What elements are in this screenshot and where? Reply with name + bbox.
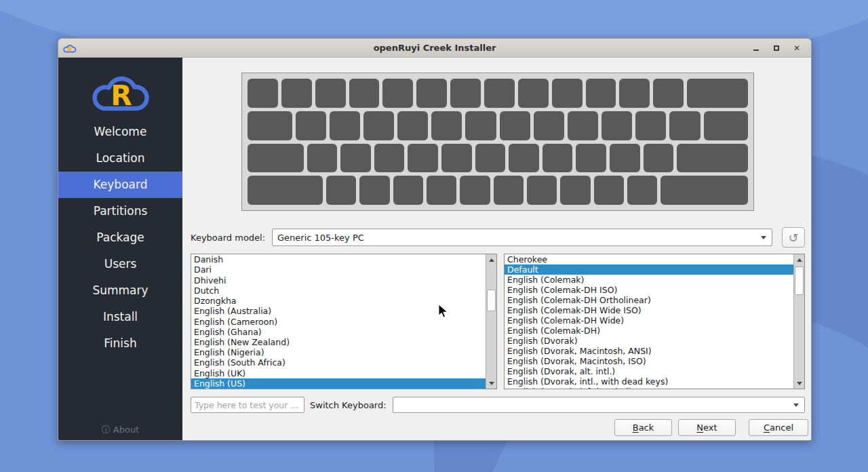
variant-item[interactable]: English (Dvorak, alt. intl.) xyxy=(505,366,793,376)
layout-item[interactable]: English (Ghana) xyxy=(191,327,486,337)
variant-item[interactable]: English (Colemak-DH Wide ISO) xyxy=(505,305,793,315)
keyboard-key xyxy=(484,79,515,108)
variant-item-selected[interactable]: Default xyxy=(505,264,793,275)
layout-item[interactable]: Dhivehi xyxy=(191,275,486,285)
keyboard-key xyxy=(330,111,360,140)
chevron-down-icon xyxy=(761,236,766,239)
close-icon: ✕ xyxy=(793,44,800,52)
keyboard-row xyxy=(248,79,748,108)
keyboard-key xyxy=(704,111,749,140)
variant-item[interactable]: English (Dvorak, intl., with dead keys) xyxy=(505,376,793,387)
minimize-button[interactable] xyxy=(751,43,761,53)
layout-item[interactable]: Dzongkha xyxy=(191,296,486,306)
keyboard-key xyxy=(248,79,278,108)
layout-item[interactable]: English (UK) xyxy=(191,368,486,378)
layout-item[interactable]: Dutch xyxy=(191,286,486,296)
maximize-button[interactable] xyxy=(772,43,781,53)
next-button[interactable]: Next xyxy=(678,419,736,436)
step-summary: Summary xyxy=(58,277,182,304)
keyboard-key xyxy=(397,111,428,140)
variant-item[interactable]: English (Colemak-DH Wide) xyxy=(505,315,793,326)
keyboard-key xyxy=(568,111,598,140)
keyboard-key xyxy=(576,144,606,173)
keyboard-key xyxy=(677,144,748,173)
reset-keyboard-button[interactable]: ↺ xyxy=(782,227,805,248)
switch-keyboard-select[interactable] xyxy=(393,397,805,413)
variant-item[interactable]: Cherokee xyxy=(505,254,793,264)
scrollbar-thumb[interactable] xyxy=(795,267,804,295)
keyboard-key xyxy=(374,144,405,173)
keyboard-key xyxy=(408,144,438,173)
keyboard-key xyxy=(248,111,292,140)
step-welcome: Welcome xyxy=(58,119,182,145)
layout-item[interactable]: Danish xyxy=(191,254,486,264)
keyboard-row xyxy=(248,144,748,173)
keyboard-key xyxy=(494,176,524,205)
keyboard-key xyxy=(644,144,674,173)
keyboard-key xyxy=(653,79,684,108)
step-keyboard: Keyboard xyxy=(58,172,182,198)
keyboard-variant-list[interactable]: Cherokee Default English (Colemak) Engli… xyxy=(504,254,805,389)
close-button[interactable]: ✕ xyxy=(792,43,802,53)
scroll-down-icon[interactable] xyxy=(794,378,804,388)
scroll-down-icon[interactable] xyxy=(486,378,496,388)
keyboard-key xyxy=(416,79,447,108)
about-button[interactable]: ⓘAbout xyxy=(58,424,182,436)
keyboard-key xyxy=(431,111,462,140)
app-logo-large-icon: R xyxy=(88,66,153,116)
keyboard-layout-list[interactable]: Danish Dari Dhivehi Dutch Dzongkha Engli… xyxy=(191,254,497,389)
keyboard-key xyxy=(552,79,583,108)
keyboard-key xyxy=(669,111,700,140)
keyboard-key xyxy=(315,79,346,108)
cancel-button[interactable]: Cancel xyxy=(749,419,808,436)
step-install: Install xyxy=(58,304,182,330)
variant-item[interactable]: English (Colemak) xyxy=(505,275,793,285)
keyboard-model-select[interactable]: Generic 105-key PC xyxy=(272,229,772,246)
variant-item-partial[interactable]: English (Dvorak, left-handed) xyxy=(505,387,793,389)
variant-item[interactable]: English (Dvorak, Macintosh, ISO) xyxy=(505,356,793,366)
keyboard-key xyxy=(441,144,472,173)
keyboard-key xyxy=(619,79,650,108)
installer-steps: Welcome Location Keyboard Partitions Pac… xyxy=(58,119,182,357)
layout-item[interactable]: English (Cameroon) xyxy=(191,316,486,326)
refresh-icon: ↺ xyxy=(788,231,798,245)
keyboard-key xyxy=(281,79,312,108)
step-package: Package xyxy=(58,224,182,251)
maximize-icon xyxy=(774,45,779,51)
step-finish: Finish xyxy=(58,330,182,357)
titlebar[interactable]: R openRuyi Creek Installer ✕ xyxy=(58,39,811,58)
keyboard-key xyxy=(542,144,573,173)
keyboard-key xyxy=(465,111,496,140)
variant-item[interactable]: English (Dvorak, Macintosh, ANSI) xyxy=(505,346,793,356)
variant-item[interactable]: English (Colemak-DH Ortholinear) xyxy=(505,295,793,305)
scroll-up-icon[interactable] xyxy=(486,255,496,264)
step-users: Users xyxy=(58,251,182,277)
variant-item[interactable]: English (Colemak-DH ISO) xyxy=(505,285,793,295)
layout-list-scrollbar[interactable] xyxy=(486,254,496,389)
variant-list-scrollbar[interactable] xyxy=(793,254,804,389)
keyboard-key xyxy=(527,176,557,205)
layout-item[interactable]: English (South Africa) xyxy=(191,357,486,368)
variant-item[interactable]: English (Colemak-DH) xyxy=(505,326,793,336)
keyboard-row xyxy=(248,176,748,205)
variant-item[interactable]: English (Dvorak) xyxy=(505,336,793,346)
layout-item[interactable]: English (New Zealand) xyxy=(191,337,486,347)
keyboard-key xyxy=(627,176,657,205)
keyboard-key xyxy=(518,79,549,108)
layout-item[interactable]: Dari xyxy=(191,264,486,275)
sidebar: R Welcome Location Keyboard Partitions P… xyxy=(58,58,182,441)
back-button[interactable]: Back xyxy=(614,419,672,436)
step-location: Location xyxy=(58,145,182,172)
keyboard-key xyxy=(687,79,748,108)
scrollbar-thumb[interactable] xyxy=(487,290,496,311)
keyboard-page: Keyboard model: Generic 105-key PC ↺ Dan… xyxy=(182,58,811,441)
layout-item[interactable]: English (Australia) xyxy=(191,306,486,316)
layout-item-selected[interactable]: English (US) xyxy=(191,378,486,389)
keyboard-key xyxy=(382,79,413,108)
keyboard-test-input[interactable] xyxy=(191,397,304,413)
scroll-up-icon[interactable] xyxy=(794,255,804,264)
minimize-icon xyxy=(753,50,759,51)
keyboard-key xyxy=(363,111,394,140)
layout-item[interactable]: English (Nigeria) xyxy=(191,347,486,357)
keyboard-key xyxy=(500,111,530,140)
